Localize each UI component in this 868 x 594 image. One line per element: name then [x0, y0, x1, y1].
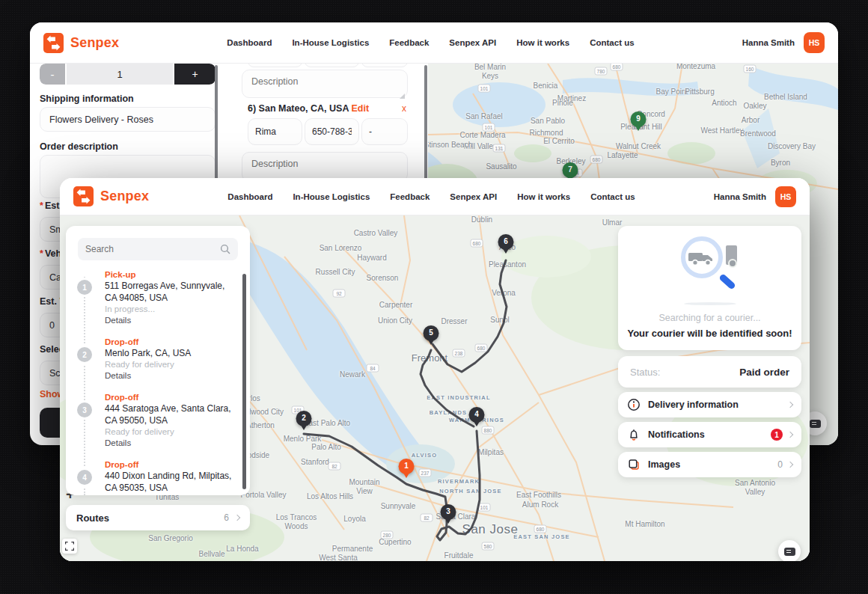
fullscreen-icon — [65, 542, 74, 551]
notifications-card[interactable]: Notifications 1 — [618, 422, 801, 447]
stop-map-pin[interactable]: 4 — [468, 407, 485, 428]
stop-map-pin[interactable]: 6 — [498, 234, 514, 255]
magnifier-handle — [718, 273, 736, 290]
edit-stop-link[interactable]: Edit — [351, 103, 369, 114]
front-body: DublinCastro ValleyUlmarLivermoreSan Lor… — [60, 215, 810, 561]
search-input[interactable] — [85, 244, 220, 254]
stop-description-textarea-2[interactable] — [242, 152, 408, 182]
stop-item[interactable]: 3 Drop-off 444 Saratoga Ave, Santa Clara… — [66, 392, 239, 449]
card-label: Notifications — [648, 429, 705, 440]
senpex-logo[interactable]: Senpex — [43, 33, 119, 53]
nav-item[interactable]: In-House Logistics — [292, 38, 369, 47]
senpex-logo[interactable]: Senpex — [73, 186, 149, 206]
stop-details-link[interactable]: Details — [105, 438, 239, 449]
shipping-info-input[interactable] — [40, 107, 216, 132]
stop-description-textarea[interactable] — [242, 70, 408, 98]
contact-phone-input[interactable] — [305, 118, 359, 145]
quantity-value: 1 — [67, 64, 173, 85]
user-box[interactable]: Hanna Smith HS — [714, 186, 796, 207]
route-shield: 131 — [493, 144, 506, 153]
images-icon — [627, 458, 641, 471]
delivery-information-card[interactable]: Delivery information — [618, 392, 801, 417]
images-count: 0 — [777, 459, 783, 470]
courier-message: Your courier will be identified soon! — [618, 328, 801, 339]
nav-item[interactable]: Contact us — [590, 38, 634, 47]
search-field[interactable] — [78, 238, 238, 260]
route-shield: 160 — [744, 65, 757, 73]
stop-map-pin[interactable]: 5 — [423, 325, 439, 346]
stop-map-pin[interactable]: 3 — [440, 504, 456, 525]
info-icon — [627, 398, 641, 411]
stop-map-pin[interactable]: 1 — [398, 459, 415, 480]
map-label: San Pablo — [531, 117, 565, 125]
route-shield: 680 — [611, 64, 623, 71]
routes-label: Routes — [76, 512, 109, 524]
route-shield: 101 — [483, 123, 495, 132]
nav-item[interactable]: In-House Logistics — [293, 192, 370, 201]
nav-item[interactable]: Feedback — [389, 38, 429, 47]
user-name: Hanna Smith — [714, 192, 766, 201]
map-label: Walnut Creek — [616, 142, 661, 150]
user-box[interactable]: Hanna Smith HS — [742, 32, 825, 53]
front-nav: DashboardIn-House LogisticsFeedbackSenpe… — [227, 192, 635, 201]
stop-map-pin[interactable]: 2 — [296, 411, 312, 432]
map-label: Pittsburg — [685, 88, 714, 96]
stops-sidebar: 1 Pick-up 511 Borregas Ave, Sunnyvale, C… — [66, 226, 250, 495]
stop-6-title: 6) San Mateo, CA, USA Edit — [248, 103, 369, 114]
sidebar-scrollbar[interactable] — [242, 274, 246, 489]
stop-item[interactable]: 4 Drop-off 440 Dixon Landing Rd, Milpita… — [66, 459, 239, 494]
stop-status: In progress... — [105, 304, 239, 315]
contact-phone-input-cut[interactable] — [305, 64, 359, 67]
stop-number: 3 — [77, 402, 92, 417]
stop-address: 511 Borregas Ave, Sunnyvale, CA 94085, U… — [105, 280, 238, 304]
stop-item[interactable]: 2 Drop-off Menlo Park, CA, USA Ready for… — [66, 337, 239, 382]
stop-address: Menlo Park, CA, USA — [105, 347, 238, 359]
images-card[interactable]: Images 0 — [618, 452, 801, 477]
stop-details-link[interactable]: Details — [105, 370, 239, 382]
chevron-right-icon — [234, 515, 240, 521]
nav-item[interactable]: Dashboard — [227, 192, 272, 201]
contact-ext-input[interactable] — [361, 118, 408, 145]
contact-name-input-cut[interactable] — [248, 64, 302, 67]
fullscreen-button[interactable] — [62, 539, 77, 554]
stop-details-link[interactable]: Details — [105, 315, 239, 326]
map-label: Benicia — [534, 82, 558, 90]
map-label: Antioch — [712, 99, 736, 107]
van-icon — [726, 245, 737, 265]
chevron-right-icon — [787, 402, 793, 408]
truck-icon — [688, 250, 715, 268]
nav-item[interactable]: How it works — [517, 192, 570, 201]
status-card: Status: Paid order — [618, 356, 801, 388]
map-label: Lafayette — [607, 151, 638, 159]
chevron-right-icon — [787, 462, 793, 468]
contact-ext-input-cut[interactable] — [361, 64, 408, 67]
nav-item[interactable]: Feedback — [390, 192, 430, 201]
map-label: Stinson Beach — [428, 141, 472, 149]
stop-number: 4 — [77, 470, 92, 485]
quantity-increase-button[interactable]: + — [174, 64, 216, 85]
map-label: Richmond — [529, 129, 563, 137]
map-label: Byron — [771, 159, 790, 167]
courier-search-card: Searching for a courier... Your courier … — [618, 226, 801, 350]
user-avatar[interactable]: HS — [804, 32, 825, 53]
map-label: Montezuma — [676, 64, 715, 70]
nav-item[interactable]: Senpex API — [450, 192, 497, 201]
nav-item[interactable]: How it works — [516, 38, 569, 47]
user-avatar[interactable]: HS — [775, 186, 796, 207]
map-label: Discovery Bay — [768, 142, 816, 150]
nav-item[interactable]: Senpex API — [449, 38, 496, 47]
stop-number: 2 — [77, 347, 92, 362]
routes-bar[interactable]: Routes 6 — [66, 505, 250, 530]
order-tracking-window: Senpex DashboardIn-House LogisticsFeedba… — [60, 178, 810, 561]
stop-item[interactable]: 1 Pick-up 511 Borregas Ave, Sunnyvale, C… — [66, 269, 239, 326]
remove-stop-button[interactable]: x — [402, 103, 406, 114]
nav-item[interactable]: Dashboard — [227, 38, 272, 47]
quantity-decrease-button[interactable]: - — [40, 64, 65, 85]
stop-type-label: Drop-off — [105, 337, 239, 347]
map-pin[interactable]: 9 — [630, 111, 647, 132]
contact-name-input[interactable] — [248, 118, 302, 145]
map-label: Oakley — [743, 102, 766, 110]
stop-type-label: Drop-off — [105, 392, 239, 402]
nav-item[interactable]: Contact us — [590, 192, 635, 201]
map-label: Bel Marin Keys — [466, 64, 514, 80]
